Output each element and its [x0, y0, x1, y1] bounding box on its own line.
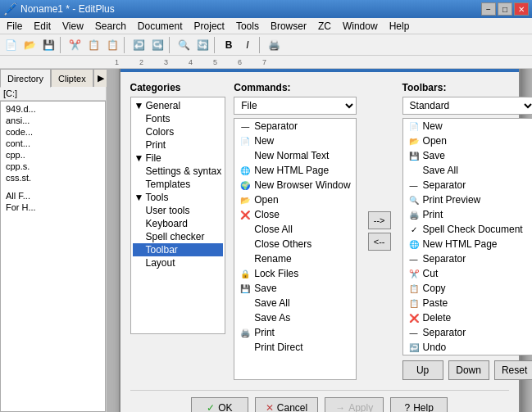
tb-list-save[interactable]: 💾 Save	[403, 148, 532, 163]
tb-list-paste[interactable]: 📋 Paste	[403, 296, 532, 310]
commands-list[interactable]: — Separator 📄 New New Normal Text	[234, 118, 356, 380]
tb-cut[interactable]: ✂️	[66, 36, 84, 54]
tb-copy[interactable]: 📋	[84, 36, 102, 54]
commands-dropdown[interactable]: File Edit View	[234, 97, 356, 115]
tb-new[interactable]: 📄	[2, 36, 20, 54]
tab-cliptext[interactable]: Cliptex	[51, 69, 93, 87]
tb-search[interactable]: 🔍	[175, 36, 193, 54]
help-button[interactable]: ? Help	[390, 397, 448, 412]
toolbars-dropdown[interactable]: Standard Formatting	[402, 97, 532, 115]
sidebar-file-1[interactable]: 949.d...	[2, 103, 103, 115]
cmd-save[interactable]: 💾 Save	[234, 281, 355, 296]
tb-undo[interactable]: ↩️	[130, 36, 148, 54]
menu-browser[interactable]: Browser	[266, 19, 311, 34]
ok-button[interactable]: ✓ OK	[191, 397, 248, 412]
tab-directory[interactable]: Directory	[0, 69, 51, 88]
cmd-new-normal[interactable]: New Normal Text	[234, 148, 355, 163]
cmd-print[interactable]: 🖨️ Print	[234, 325, 355, 340]
tb-list-sep1[interactable]: — Separator	[403, 178, 532, 192]
toolbars-list[interactable]: 📄 New 📂 Open 💾 Save	[402, 118, 532, 355]
tb-print[interactable]: 🖨️	[265, 36, 283, 54]
tb-list-delete[interactable]: ❌ Delete	[403, 310, 532, 325]
tb-list-new-html[interactable]: 🌐 New HTML Page	[403, 237, 532, 251]
cmd-lock[interactable]: 🔒 Lock Files	[234, 266, 355, 281]
menu-window[interactable]: Window	[338, 19, 383, 34]
menu-tools[interactable]: Tools	[231, 19, 264, 34]
tree-toolbar[interactable]: Toolbar	[133, 243, 224, 256]
maximize-button[interactable]: □	[498, 2, 512, 16]
tb-redo[interactable]: ↪️	[148, 36, 166, 54]
tb-save[interactable]: 💾	[39, 36, 57, 54]
sidebar-file-7[interactable]: css.st.	[2, 172, 103, 183]
tree-layout[interactable]: Layout	[133, 256, 224, 269]
tb-list-sep2[interactable]: — Separator	[403, 251, 532, 266]
cmd-close-others[interactable]: Close Others	[234, 237, 355, 251]
cmd-new[interactable]: 📄 New	[234, 134, 355, 148]
cmd-close-all[interactable]: Close All	[234, 222, 355, 237]
tb-list-undo[interactable]: ↩️ Undo	[403, 340, 532, 355]
tb-list-save-all[interactable]: Save All	[403, 163, 532, 178]
tree-user-tools[interactable]: User tools	[133, 204, 224, 217]
cmd-save-all[interactable]: Save All	[234, 296, 355, 310]
sidebar-file-3[interactable]: code...	[2, 126, 103, 138]
tree-keyboard[interactable]: Keyboard	[133, 217, 224, 230]
menu-zc[interactable]: ZC	[313, 19, 336, 34]
tree-print[interactable]: Print	[133, 138, 224, 152]
tb-open[interactable]: 📂	[20, 36, 39, 54]
categories-tree[interactable]: ▼ General Fonts Colors Pri	[130, 97, 226, 334]
menu-project[interactable]: Project	[189, 19, 230, 34]
menu-edit[interactable]: Edit	[29, 19, 56, 34]
tree-fonts[interactable]: Fonts	[133, 112, 224, 125]
menu-help[interactable]: Help	[384, 19, 415, 34]
tb-bold[interactable]: B	[220, 36, 238, 54]
cmd-close[interactable]: ❌ Close	[234, 207, 355, 222]
apply-button[interactable]: → Apply	[325, 397, 384, 412]
cmd-new-html[interactable]: 🌐 New HTML Page	[234, 163, 355, 178]
cmd-separator[interactable]: — Separator	[234, 119, 355, 134]
sidebar-file-6[interactable]: cpp.s.	[2, 161, 103, 172]
menu-view[interactable]: View	[57, 19, 89, 34]
cmd-print-direct[interactable]: Print Direct	[234, 340, 355, 355]
cancel-button[interactable]: ✕ Cancel	[255, 397, 318, 412]
add-to-toolbar-button[interactable]: -->	[368, 211, 391, 229]
sidebar-file-5[interactable]: cpp..	[2, 149, 103, 161]
tb-list-sep3[interactable]: — Separator	[403, 325, 532, 340]
tb-list-print[interactable]: 🖨️ Print	[403, 207, 532, 222]
cmd-new-browser[interactable]: 🌍 New Browser Window	[234, 178, 355, 192]
tree-settings[interactable]: Settings & syntax	[133, 165, 224, 178]
sidebar-file-8[interactable]: All F...	[2, 190, 103, 201]
menu-search[interactable]: Search	[90, 19, 131, 34]
tb-list-open[interactable]: 📂 Open	[403, 134, 532, 148]
sidebar-file-2[interactable]: ansi...	[2, 115, 103, 126]
tb-list-new[interactable]: 📄 New	[403, 119, 532, 134]
down-button[interactable]: Down	[448, 360, 489, 380]
tab-nav[interactable]: ▶	[93, 69, 108, 87]
tree-templates[interactable]: Templates	[133, 178, 224, 191]
tree-spell[interactable]: Spell checker	[133, 230, 224, 243]
reset-button[interactable]: Reset	[494, 360, 532, 380]
tree-tools[interactable]: ▼ Tools	[133, 191, 224, 204]
tb-list-print-preview[interactable]: 🔍 Print Preview	[403, 192, 532, 207]
tree-file[interactable]: ▼ File	[133, 152, 224, 165]
sidebar-file-9[interactable]: For H...	[2, 201, 103, 213]
minimize-button[interactable]: −	[481, 2, 496, 16]
sidebar-file-4[interactable]: cont...	[2, 138, 103, 149]
tb-list-cut[interactable]: ✂️ Cut	[403, 266, 532, 281]
close-window-button[interactable]: ✕	[514, 2, 529, 16]
tb-list-spell-check[interactable]: ✓ Spell Check Document	[403, 222, 532, 237]
tree-colors[interactable]: Colors	[133, 125, 224, 138]
cmd-rename[interactable]: Rename	[234, 251, 355, 266]
tb-italic[interactable]: I	[239, 36, 257, 54]
tb-replace[interactable]: 🔄	[193, 36, 211, 54]
sidebar-file-list[interactable]: 949.d... ansi... code... cont... cpp.. c…	[0, 101, 106, 412]
remove-from-toolbar-button[interactable]: <--	[368, 233, 391, 251]
up-button[interactable]: Up	[402, 360, 443, 380]
tree-general[interactable]: ▼ General	[133, 99, 224, 112]
tb-paste[interactable]: 📋	[103, 36, 121, 54]
cmd-save-as[interactable]: Save As	[234, 310, 355, 325]
menu-file[interactable]: File	[2, 19, 27, 34]
editor-area[interactable]: Preferences ✕ Categories ▼ General	[107, 69, 532, 412]
menu-document[interactable]: Document	[133, 19, 188, 34]
tb-list-copy[interactable]: 📋 Copy	[403, 281, 532, 296]
cmd-open[interactable]: 📂 Open	[234, 192, 355, 207]
